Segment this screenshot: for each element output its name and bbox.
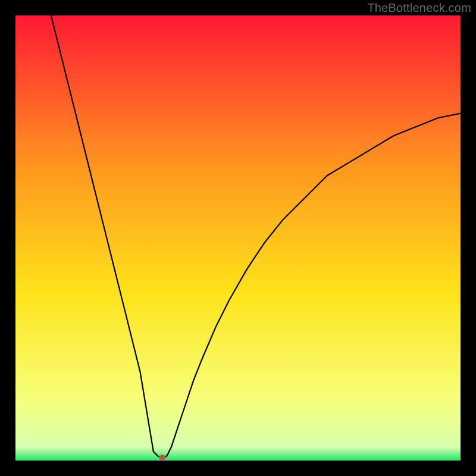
optimum-marker	[159, 455, 166, 460]
gradient-background	[15, 15, 461, 461]
bottleneck-chart	[15, 15, 461, 461]
chart-frame: TheBottleneck.com	[0, 0, 476, 476]
watermark-text: TheBottleneck.com	[367, 1, 471, 15]
